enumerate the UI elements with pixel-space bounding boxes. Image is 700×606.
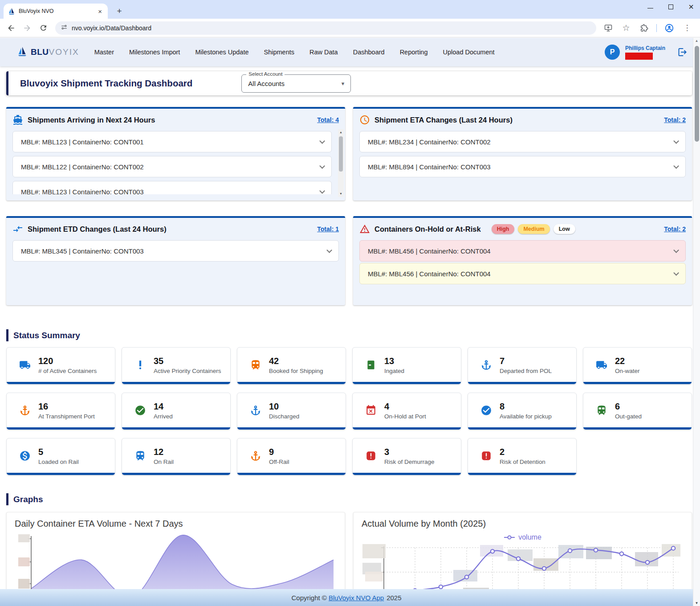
page-scrollbar[interactable]: ▲ ▼ [693,38,700,606]
badge-low[interactable]: Low [553,224,575,234]
nav-item-shipments[interactable]: Shipments [264,49,295,56]
status-card-value: 22 [615,356,640,366]
nav-item-dashboard[interactable]: Dashboard [353,49,385,56]
status-card-on-water[interactable]: 22On-water [583,347,692,385]
user-role-redacted [625,53,653,60]
maximize-button[interactable] [668,4,673,9]
panel-total-link[interactable]: Total: 2 [664,116,686,123]
account-select[interactable]: Select Account All Accounts ▾ [241,74,351,93]
shipment-row[interactable]: MBL#: MBL345 | ContainerNo: CONT003 [12,240,339,262]
nav-item-milestones-update[interactable]: Milestones Update [195,49,248,56]
status-card--of-active-containers[interactable]: 120# of Active Containers [6,347,115,385]
avatar[interactable]: P [605,45,620,60]
browser-tab[interactable]: BluVoyix NVO × [4,4,108,19]
shipment-row[interactable]: MBL#: MBL894 | ContainerNo: CONT003 [359,156,686,177]
chevron-down-icon[interactable] [319,188,325,194]
chevron-down-icon[interactable] [673,163,679,169]
panel-total-link[interactable]: Total: 4 [317,116,339,123]
ship-icon [12,115,23,125]
panel-total-link[interactable]: Total: 1 [317,225,339,233]
status-card-on-hold-at-port[interactable]: 4On-Hold at Port [352,393,461,430]
dollar-circle-icon [19,450,31,462]
data-point[interactable] [517,557,520,561]
redacted-label [362,544,386,558]
menu-kebab-icon[interactable]: ⋮ [680,21,694,35]
status-card-risk-of-demurrage[interactable]: 3Risk of Demurrage [352,438,461,475]
extensions-icon[interactable] [637,21,651,35]
redacted-label [18,557,30,566]
data-point[interactable] [491,549,494,553]
shipment-row[interactable]: MBL#: MBL456 | ContainerNo: CONT004 [359,240,686,262]
scroll-thumb[interactable] [695,46,699,142]
status-card-ingated[interactable]: 13Ingated [352,347,461,385]
url-bar[interactable]: nvo.voyix.io/Data/Dashboard [55,21,596,35]
truck-icon [19,359,31,371]
scroll-thumb[interactable] [339,136,343,172]
app-logo[interactable]: BLUVOYIX [17,46,79,58]
new-tab-button[interactable]: + [114,6,125,16]
nav-item-master[interactable]: Master [94,49,114,56]
chevron-down-icon[interactable] [326,247,332,253]
refresh-button[interactable] [37,21,50,35]
badge-medium[interactable]: Medium [518,224,549,234]
tab-close-icon[interactable]: × [97,8,103,15]
shipment-row[interactable]: MBL#: MBL123 | ContainerNo: CONT003 [12,181,332,194]
data-point[interactable] [620,552,623,556]
chevron-down-icon[interactable] [673,247,679,253]
chevron-down-icon[interactable] [319,138,325,144]
panel-total-link[interactable]: Total: 2 [664,225,686,233]
status-card-discharged[interactable]: 10Discharged [237,393,346,430]
close-window-button[interactable]: × [688,4,694,10]
footer-link[interactable]: BluVoyix NVO App [329,594,384,602]
status-card-off-rail[interactable]: 9Off-Rail [237,438,346,475]
data-point[interactable] [465,575,468,579]
logout-icon[interactable] [677,47,688,57]
profile-icon[interactable] [663,21,676,35]
nav-item-reporting[interactable]: Reporting [400,49,428,56]
scroll-down-icon[interactable]: ▼ [693,601,700,605]
data-point[interactable] [439,585,443,589]
chart-legend[interactable]: volume [362,531,684,544]
data-point[interactable] [672,546,675,550]
shipment-row[interactable]: MBL#: MBL234 | ContainerNo: CONT002 [359,131,686,152]
status-card-booked-for-shipping[interactable]: 42Booked for Shipping [237,347,346,385]
data-point[interactable] [594,548,598,552]
scroll-up-icon[interactable]: ▲ [339,129,342,135]
chevron-down-icon[interactable] [319,163,325,169]
status-card-at-transhipment-port[interactable]: 16At Transhipment Port [6,393,115,430]
data-point[interactable] [646,561,649,564]
minimize-button[interactable] [647,5,653,8]
shipment-row[interactable]: MBL#: MBL122 | ContainerNo: CONT002 [12,156,332,177]
scroll-up-icon[interactable]: ▲ [693,39,700,43]
forward-button[interactable] [20,21,34,35]
data-point[interactable] [542,567,546,570]
data-point[interactable] [568,549,572,553]
shipment-row[interactable]: MBL#: MBL456 | ContainerNo: CONT004 [359,263,686,284]
status-card-out-gated[interactable]: 6Out-gated [583,393,692,430]
scroll-down-icon[interactable]: ▼ [339,191,342,197]
nav-item-raw-data[interactable]: Raw Data [309,49,338,56]
bookmark-star-icon[interactable]: ☆ [619,21,633,35]
status-card-arrived[interactable]: 14Arrived [122,393,231,430]
status-card-departed-from-pol[interactable]: 7Departed from POL [468,347,577,385]
status-summary-heading: Status Summary [6,329,692,341]
status-card-risk-of-detention[interactable]: 2Risk of Detention [468,438,577,475]
chevron-down-icon[interactable] [673,270,679,276]
install-app-icon[interactable] [602,21,615,35]
page: BLUVOYIX MasterMilestones ImportMileston… [0,38,700,606]
chevron-down-icon[interactable]: ▾ [342,80,345,87]
site-info-icon[interactable] [61,24,68,33]
status-card-available-for-pickup[interactable]: 8Available for pickup [468,393,577,430]
status-card-on-rail[interactable]: 12On Rail [122,438,231,475]
status-card-active-priority-containers[interactable]: 35Active Priority Containers [122,347,231,385]
panel-scrollbar[interactable]: ▲ ▼ [338,129,344,197]
badge-high[interactable]: High [492,224,515,234]
shipment-row[interactable]: MBL#: MBL123 | ContainerNo: CONT001 [12,131,332,152]
status-card-loaded-on-rail[interactable]: 5Loaded on Rail [6,438,115,475]
truck-icon [596,359,607,371]
status-card-label: On-Hold at Port [384,413,426,420]
nav-item-upload-document[interactable]: Upload Document [443,49,495,56]
back-button[interactable] [4,21,18,35]
chevron-down-icon[interactable] [673,138,679,144]
nav-item-milestones-import[interactable]: Milestones Import [129,49,180,56]
